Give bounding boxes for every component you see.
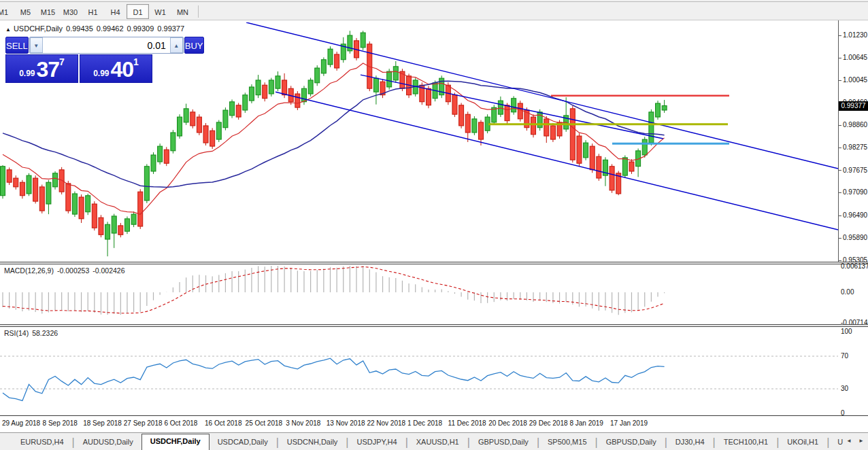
- rsi-name: RSI(14): [4, 329, 29, 337]
- price-tick: 0.96490: [839, 211, 867, 220]
- chart-symbol-label: USDCHF,Daily: [14, 24, 63, 33]
- time-axis-label: 13 Nov 2018: [327, 419, 365, 427]
- price-tick: 0.95890: [839, 234, 867, 242]
- time-axis-label: 8 Sep 2018: [43, 419, 78, 427]
- timeframe-toolbar: M1M5M15M30H1H4D1W1MN: [0, 3, 868, 20]
- sell-button[interactable]: SELL: [5, 37, 29, 54]
- timeframe-button-h1[interactable]: H1: [82, 4, 104, 19]
- ohlc-open: 0.99435: [66, 24, 93, 33]
- timeframe-buttons: M1M5M15M30H1H4D1W1MN: [0, 4, 194, 19]
- volume-input[interactable]: [43, 37, 170, 53]
- ohlc-low: 0.99309: [127, 24, 154, 33]
- volume-stepper: ▼ ▲: [29, 37, 184, 54]
- timeframe-button-h4[interactable]: H4: [104, 4, 127, 19]
- rsi-tick: 100: [841, 328, 852, 336]
- price-scale[interactable]: 1.012301.006451.000450.994600.988600.982…: [839, 20, 868, 262]
- sell-price-sup: 7: [59, 56, 65, 67]
- timeframe-button-m1[interactable]: M1: [0, 4, 14, 19]
- chart-expand-icon[interactable]: ▲: [5, 27, 11, 33]
- macd-value-signal: -0.002426: [93, 266, 124, 275]
- macd-value-main: -0.000253: [57, 266, 89, 275]
- time-axis-label: 6 Oct 2018: [164, 419, 197, 427]
- sell-price-small: 0.99: [19, 67, 35, 80]
- chart-tab-eurusd-h4[interactable]: EURUSD,H4: [12, 435, 72, 450]
- time-axis[interactable]: 29 Aug 20188 Sep 201818 Sep 201827 Sep 2…: [0, 415, 868, 432]
- timeframe-button-m30[interactable]: M30: [59, 4, 82, 19]
- buy-price-sup: 1: [133, 56, 139, 67]
- chart-tab-xauusd-h1[interactable]: XAUUSD,H1: [408, 435, 467, 450]
- buy-price-box[interactable]: 0.99 40 1: [80, 54, 152, 83]
- trading-platform-window: M1M5M15M30H1H4D1W1MN ▲USDCHF,Daily0.9943…: [0, 0, 868, 450]
- tab-scroll-left-icon[interactable]: ◄: [844, 436, 854, 447]
- time-axis-label: 1 Dec 2018: [407, 419, 442, 427]
- chart-tab-usdchf-daily[interactable]: USDCHF,Daily: [141, 434, 210, 450]
- buy-button[interactable]: BUY: [184, 37, 204, 54]
- tab-scroll-controls: ◄ ►: [844, 436, 867, 447]
- timeframe-button-m15[interactable]: M15: [37, 4, 59, 19]
- rsi-canvas[interactable]: [0, 327, 839, 415]
- chart-tab-usdjpy-h4[interactable]: USDJPY,H4: [349, 435, 405, 450]
- chart-tab-usdcnh-daily[interactable]: USDCNH,Daily: [279, 435, 346, 450]
- tab-scroll-right-icon[interactable]: ►: [856, 436, 867, 447]
- window-top-border: [0, 0, 868, 2]
- timeframe-button-w1[interactable]: W1: [149, 4, 171, 19]
- macd-tick: 0.00: [841, 288, 854, 296]
- macd-tick: 0.006137: [841, 262, 868, 271]
- current-price-marker: 0.99377: [839, 101, 868, 111]
- chart-tab-usdcad-daily[interactable]: USDCAD,Daily: [210, 435, 276, 450]
- time-axis-label: 22 Nov 2018: [367, 419, 405, 427]
- time-axis-label: 27 Sep 2018: [124, 419, 163, 427]
- sell-price-box[interactable]: 0.99 37 7: [5, 54, 78, 83]
- price-tick: 0.97090: [839, 188, 867, 196]
- volume-increase-button[interactable]: ▲: [170, 37, 183, 53]
- price-tick: 1.00045: [839, 76, 867, 84]
- chart-tab-gbpusd-daily[interactable]: GBPUSD,Daily: [598, 435, 665, 450]
- timeframe-button-d1[interactable]: D1: [127, 4, 149, 19]
- chart-tab-tech100-h1[interactable]: TECH100,H1: [716, 435, 776, 450]
- time-axis-label: 17 Jan 2019: [610, 419, 648, 427]
- rsi-tick: 70: [841, 352, 848, 360]
- price-tick: 1.01230: [839, 31, 867, 39]
- chart-tab-bar: EURUSD,H4|AUDUSD,DailyUSDCHF,DailyUSDCAD…: [0, 432, 868, 450]
- price-tick: 0.98860: [839, 121, 867, 129]
- rsi-label: RSI(14)58.2326: [4, 329, 61, 337]
- ohlc-high: 0.99462: [97, 24, 124, 33]
- rsi-value: 58.2326: [32, 329, 58, 337]
- time-axis-label: 29 Dec 2018: [529, 419, 568, 427]
- price-tick: 0.97675: [839, 167, 867, 175]
- volume-decrease-button[interactable]: ▼: [30, 37, 43, 53]
- buy-price-small: 0.99: [93, 67, 109, 80]
- time-axis-label: 8 Jan 2019: [569, 419, 603, 427]
- time-axis-label: 20 Dec 2018: [488, 419, 527, 427]
- toolbar-separator: [198, 5, 199, 18]
- rsi-tick: 30: [841, 385, 848, 393]
- chart-tab-ukoil-h1[interactable]: UKOil,H1: [779, 435, 827, 450]
- one-click-trade-panel: SELL ▼ ▲ BUY 0.99 37 7 0.99 40 1: [5, 37, 152, 83]
- chart-tab-sp500-m15[interactable]: SP500,M15: [539, 435, 595, 450]
- macd-label: MACD(12,26,9)-0.000253-0.002426: [4, 266, 129, 275]
- time-axis-label: 16 Oct 2018: [205, 419, 241, 427]
- sell-price-big: 37: [36, 59, 59, 80]
- chart-tab-dj30-h4[interactable]: DJ30,H4: [667, 435, 713, 450]
- time-axis-label: 11 Dec 2018: [448, 419, 486, 427]
- time-axis-label: 29 Aug 2018: [2, 419, 40, 427]
- chart-tab-audusd-daily[interactable]: AUDUSD,Daily: [75, 435, 141, 450]
- ohlc-close: 0.99377: [157, 24, 184, 33]
- macd-name: MACD(12,26,9): [4, 266, 54, 275]
- time-axis-label: 3 Nov 2018: [286, 419, 320, 427]
- timeframe-button-m5[interactable]: M5: [14, 4, 37, 19]
- timeframe-button-mn[interactable]: MN: [171, 4, 194, 19]
- chart-tab-gbpusd-daily[interactable]: GBPUSD,Daily: [470, 435, 537, 450]
- buy-price-big: 40: [110, 59, 133, 80]
- time-axis-label: 25 Oct 2018: [246, 419, 282, 427]
- price-tick: 1.00645: [839, 54, 867, 62]
- price-tick: 0.98275: [839, 143, 867, 152]
- time-axis-label: 18 Sep 2018: [83, 419, 122, 427]
- chart-ohlc-header: ▲USDCHF,Daily0.994350.994620.993090.9937…: [5, 24, 188, 33]
